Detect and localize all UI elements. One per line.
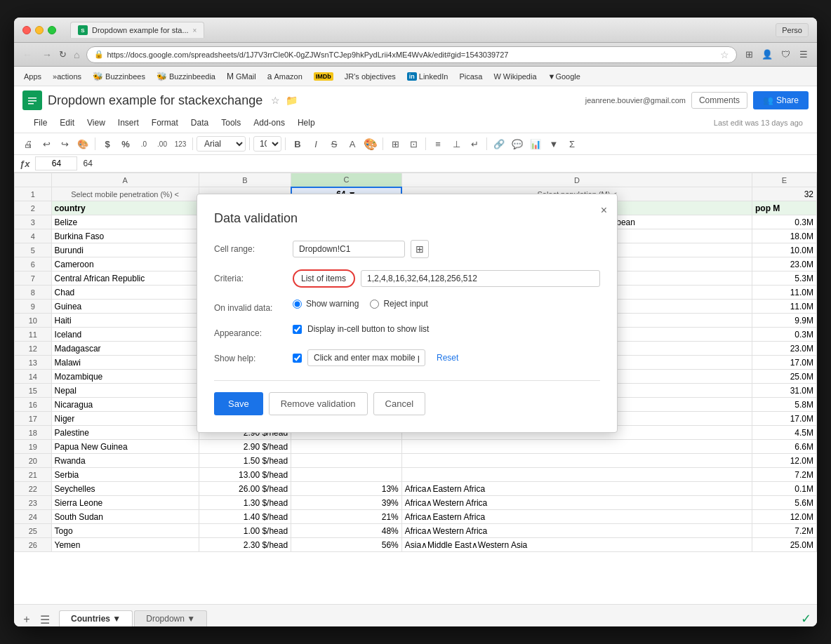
decimal-dec-button[interactable]: .0: [135, 135, 152, 152]
cell-d26[interactable]: Asia∧Middle East∧Western Asia: [401, 538, 752, 552]
cell-a21[interactable]: Serbia: [51, 468, 199, 482]
refresh-button[interactable]: ↻: [59, 49, 67, 60]
cell-d24[interactable]: Africa∧Eastern Africa: [401, 510, 752, 524]
cell-a6[interactable]: Cameroon: [51, 257, 199, 271]
bookmark-buzzinbees[interactable]: 🐝Buzzinbees: [88, 70, 149, 83]
redo-button[interactable]: ↪: [56, 135, 73, 152]
share-button[interactable]: 👥 Share: [753, 91, 809, 109]
font-size-selector[interactable]: 10: [253, 136, 281, 152]
reject-input-radio[interactable]: [370, 300, 379, 309]
cell-e3[interactable]: 0.3M: [752, 215, 817, 229]
col-header-b[interactable]: B: [199, 173, 291, 187]
cell-e9[interactable]: 11.0M: [752, 300, 817, 314]
reject-input-option[interactable]: Reject input: [370, 299, 427, 309]
minimize-button[interactable]: [35, 26, 44, 34]
bookmark-apps[interactable]: Apps: [20, 71, 46, 82]
link-button[interactable]: 🔗: [491, 135, 507, 152]
cell-a11[interactable]: Iceland: [51, 328, 199, 342]
cell-a7[interactable]: Central African Republic: [51, 271, 199, 286]
browser-menu-icon[interactable]: ☰: [796, 47, 811, 62]
cell-c22[interactable]: 13%: [291, 482, 402, 496]
home-button[interactable]: ⌂: [71, 48, 82, 62]
menu-insert[interactable]: Insert: [112, 116, 145, 130]
cell-e7[interactable]: 5.3M: [752, 271, 817, 286]
cell-e18[interactable]: 4.5M: [752, 426, 817, 440]
merge-button[interactable]: ⊡: [405, 135, 422, 152]
folder-icon[interactable]: 📁: [286, 95, 298, 106]
cell-e4[interactable]: 18.0M: [752, 229, 817, 243]
cell-a1[interactable]: Select mobile penetration (%) <: [51, 187, 199, 201]
cell-c25[interactable]: 48%: [291, 524, 402, 538]
star-doc-icon[interactable]: ☆: [271, 95, 280, 106]
function-button[interactable]: Σ: [564, 135, 580, 152]
save-button[interactable]: Save: [214, 392, 263, 415]
grid-scroll[interactable]: A B C D E 1 Select mobile penetration (%…: [14, 173, 817, 604]
cell-a9[interactable]: Guinea: [51, 300, 199, 314]
maximize-button[interactable]: [48, 26, 56, 34]
cell-e25[interactable]: 7.2M: [752, 524, 817, 538]
cell-a10[interactable]: Haiti: [51, 314, 199, 328]
cell-b24[interactable]: 1.40 $/head: [199, 510, 291, 524]
cell-e20[interactable]: 12.0M: [752, 454, 817, 468]
cell-c19[interactable]: [291, 440, 402, 454]
sheet-tab-countries[interactable]: Countries ▼: [59, 610, 133, 626]
persona-button[interactable]: Perso: [776, 23, 809, 37]
col-header-e[interactable]: E: [752, 173, 817, 187]
cancel-button[interactable]: Cancel: [373, 392, 425, 415]
cell-e11[interactable]: 0.3M: [752, 328, 817, 342]
profile-icon[interactable]: 👤: [759, 47, 775, 62]
cell-e16[interactable]: 5.8M: [752, 398, 817, 412]
cell-e23[interactable]: 5.6M: [752, 496, 817, 510]
borders-button[interactable]: ⊞: [387, 135, 404, 152]
cell-d22[interactable]: Africa∧Eastern Africa: [401, 482, 752, 496]
bookmark-buzzinbeedia[interactable]: 🐝Buzzinbeedia: [152, 70, 220, 83]
add-sheet-button[interactable]: +: [20, 612, 34, 626]
fill-color-button[interactable]: 🎨: [362, 135, 379, 152]
comment-button[interactable]: 💬: [509, 135, 526, 152]
cell-range-input[interactable]: [293, 241, 405, 257]
close-tab-icon[interactable]: ×: [193, 27, 197, 34]
cell-a22[interactable]: Seychelles: [51, 482, 199, 496]
cell-d20[interactable]: [401, 454, 752, 468]
cell-a15[interactable]: Nepal: [51, 384, 199, 398]
cell-b21[interactable]: 13.00 $/head: [199, 468, 291, 482]
italic-button[interactable]: I: [307, 135, 324, 152]
cell-c23[interactable]: 39%: [291, 496, 402, 510]
valign-button[interactable]: ⊥: [448, 135, 465, 152]
dialog-close-button[interactable]: ×: [601, 204, 607, 217]
decimal-inc-button[interactable]: .00: [154, 135, 171, 152]
cell-a25[interactable]: Togo: [51, 524, 199, 538]
forward-button[interactable]: →: [39, 48, 55, 62]
bookmark-google[interactable]: ▼Google: [544, 71, 585, 82]
cell-a19[interactable]: Papua New Guinea: [51, 440, 199, 454]
grid-select-icon[interactable]: ⊞: [411, 240, 429, 258]
bookmark-picasa[interactable]: Picasa: [455, 71, 486, 82]
strikethrough-button[interactable]: S: [326, 135, 343, 152]
cell-e2[interactable]: pop M: [752, 201, 817, 215]
format-123-button[interactable]: 123: [172, 135, 189, 152]
cell-c24[interactable]: 21%: [291, 510, 402, 524]
cell-e1[interactable]: 32: [752, 187, 817, 201]
menu-addons[interactable]: Add-ons: [248, 116, 291, 130]
text-color-button[interactable]: A: [344, 135, 361, 152]
browser-tab[interactable]: S Dropdown example for sta... ×: [70, 22, 204, 38]
extensions-icon[interactable]: ⊞: [741, 47, 757, 62]
menu-data[interactable]: Data: [185, 116, 214, 130]
bookmark-amazon[interactable]: aAmazon: [263, 70, 307, 83]
sheet-tab-dropdown[interactable]: Dropdown ▼: [134, 610, 207, 626]
bold-button[interactable]: B: [289, 135, 306, 152]
cell-b22[interactable]: 26.00 $/head: [199, 482, 291, 496]
cell-a26[interactable]: Yemen: [51, 538, 199, 552]
cell-d19[interactable]: [401, 440, 752, 454]
cell-e5[interactable]: 10.0M: [752, 243, 817, 257]
show-help-checkbox[interactable]: [293, 354, 302, 363]
cell-e21[interactable]: 7.2M: [752, 468, 817, 482]
cell-a2[interactable]: country: [51, 201, 199, 215]
col-header-d[interactable]: D: [401, 173, 752, 187]
cell-b20[interactable]: 1.50 $/head: [199, 454, 291, 468]
cell-e26[interactable]: 25.0M: [752, 538, 817, 552]
cell-e10[interactable]: 9.9M: [752, 314, 817, 328]
bookmark-jr-objectives[interactable]: JR's objectives: [340, 71, 400, 82]
cell-c26[interactable]: 56%: [291, 538, 402, 552]
menu-format[interactable]: Format: [146, 116, 184, 130]
